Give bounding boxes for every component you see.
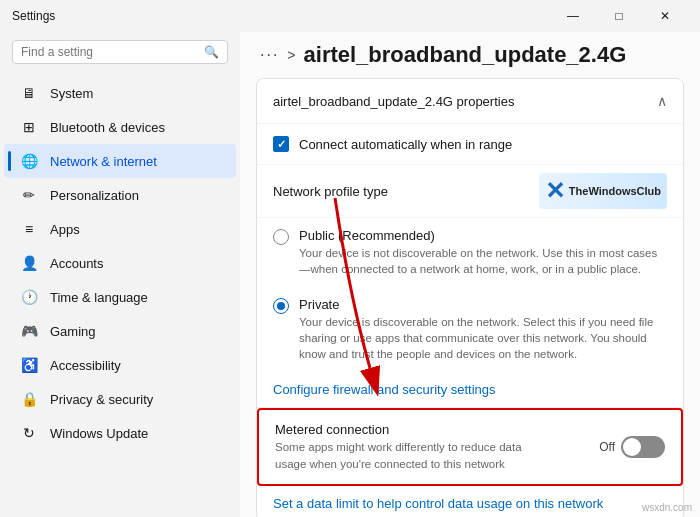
app-window: 🔍 🖥 System ⊞ Bluetooth & devices 🌐 Netwo… xyxy=(0,32,700,517)
corner-watermark: wsxdn.com xyxy=(642,502,692,513)
toggle-container: Off xyxy=(599,436,665,458)
private-radio-option: Private Your device is discoverable on t… xyxy=(257,287,683,372)
titlebar-controls: — □ ✕ xyxy=(550,0,688,32)
titlebar-left: Settings xyxy=(12,9,55,23)
minimize-button[interactable]: — xyxy=(550,0,596,32)
update-icon: ↻ xyxy=(20,424,38,442)
public-radio-title: Public (Recommended) xyxy=(299,228,667,243)
accessibility-icon: ♿ xyxy=(20,356,38,374)
sidebar-item-label: Accessibility xyxy=(50,358,121,373)
sidebar-item-update[interactable]: ↻ Windows Update xyxy=(4,416,236,450)
settings-panel-wrapper: airtel_broadband_update_2.4G properties … xyxy=(240,78,700,517)
firewall-link[interactable]: Configure firewall and security settings xyxy=(257,372,683,407)
connect-auto-checkbox[interactable]: ✓ xyxy=(273,136,289,152)
titlebar: Settings — □ ✕ xyxy=(0,0,700,32)
public-radio-desc: Your device is not discoverable on the n… xyxy=(299,245,667,277)
content-area: ··· > airtel_broadband_update_2.4G airte… xyxy=(240,32,700,517)
breadcrumb-title: airtel_broadband_update_2.4G xyxy=(304,42,627,68)
metered-title: Metered connection xyxy=(275,422,535,437)
connect-auto-row: ✓ Connect automatically when in range xyxy=(257,124,683,165)
watermark-brand: TheWindowsClub xyxy=(569,185,661,197)
privacy-icon: 🔒 xyxy=(20,390,38,408)
watermark-x-icon: ✕ xyxy=(545,177,565,205)
private-radio-content: Private Your device is discoverable on t… xyxy=(299,297,667,362)
public-radio-button[interactable] xyxy=(273,229,289,245)
public-radio-content: Public (Recommended) Your device is not … xyxy=(299,228,667,277)
active-indicator xyxy=(8,151,11,171)
private-radio-desc: Your device is discoverable on the netwo… xyxy=(299,314,667,362)
time-icon: 🕐 xyxy=(20,288,38,306)
sidebar-item-accounts[interactable]: 👤 Accounts xyxy=(4,246,236,280)
public-radio-option: Public (Recommended) Your device is not … xyxy=(257,218,683,287)
titlebar-title: Settings xyxy=(12,9,55,23)
sidebar-item-gaming[interactable]: 🎮 Gaming xyxy=(4,314,236,348)
gaming-icon: 🎮 xyxy=(20,322,38,340)
sidebar-item-personalization[interactable]: ✏ Personalization xyxy=(4,178,236,212)
toggle-label: Off xyxy=(599,440,615,454)
watermark-container: ✕ TheWindowsClub xyxy=(539,173,667,209)
sidebar-item-accessibility[interactable]: ♿ Accessibility xyxy=(4,348,236,382)
accounts-icon: 👤 xyxy=(20,254,38,272)
sidebar: 🔍 🖥 System ⊞ Bluetooth & devices 🌐 Netwo… xyxy=(0,32,240,517)
properties-card: airtel_broadband_update_2.4G properties … xyxy=(256,78,684,517)
sidebar-item-label: Network & internet xyxy=(50,154,157,169)
search-icon: 🔍 xyxy=(204,45,219,59)
settings-panel: airtel_broadband_update_2.4G properties … xyxy=(240,78,700,517)
sidebar-item-label: Privacy & security xyxy=(50,392,153,407)
sidebar-item-network[interactable]: 🌐 Network & internet xyxy=(4,144,236,178)
sidebar-item-label: Apps xyxy=(50,222,80,237)
sidebar-item-time[interactable]: 🕐 Time & language xyxy=(4,280,236,314)
metered-toggle[interactable] xyxy=(621,436,665,458)
sidebar-item-label: Windows Update xyxy=(50,426,148,441)
system-icon: 🖥 xyxy=(20,84,38,102)
sidebar-item-label: Gaming xyxy=(50,324,96,339)
sidebar-item-system[interactable]: 🖥 System xyxy=(4,76,236,110)
breadcrumb-arrow: > xyxy=(287,47,295,63)
maximize-button[interactable]: □ xyxy=(596,0,642,32)
profile-type-label: Network profile type xyxy=(273,184,388,199)
bluetooth-icon: ⊞ xyxy=(20,118,38,136)
sidebar-item-label: System xyxy=(50,86,93,101)
metered-connection-row: Metered connection Some apps might work … xyxy=(257,408,683,485)
breadcrumb: ··· > airtel_broadband_update_2.4G xyxy=(240,32,700,78)
close-button[interactable]: ✕ xyxy=(642,0,688,32)
profile-type-row: Network profile type ✕ TheWindowsClub xyxy=(257,165,683,218)
card-header-title: airtel_broadband_update_2.4G properties xyxy=(273,94,514,109)
search-input[interactable] xyxy=(21,45,198,59)
metered-info: Metered connection Some apps might work … xyxy=(275,422,535,471)
sidebar-item-bluetooth[interactable]: ⊞ Bluetooth & devices xyxy=(4,110,236,144)
personalization-icon: ✏ xyxy=(20,186,38,204)
card-header: airtel_broadband_update_2.4G properties … xyxy=(257,79,683,124)
sidebar-item-label: Personalization xyxy=(50,188,139,203)
connect-auto-label: Connect automatically when in range xyxy=(299,137,512,152)
private-radio-title: Private xyxy=(299,297,667,312)
sidebar-item-label: Bluetooth & devices xyxy=(50,120,165,135)
chevron-up-icon[interactable]: ∧ xyxy=(657,93,667,109)
metered-desc: Some apps might work differently to redu… xyxy=(275,439,535,471)
sidebar-item-label: Accounts xyxy=(50,256,103,271)
data-limit-link[interactable]: Set a data limit to help control data us… xyxy=(257,486,683,517)
network-icon: 🌐 xyxy=(20,152,38,170)
breadcrumb-dots[interactable]: ··· xyxy=(260,46,279,64)
sidebar-item-privacy[interactable]: 🔒 Privacy & security xyxy=(4,382,236,416)
sidebar-item-label: Time & language xyxy=(50,290,148,305)
sidebar-item-apps[interactable]: ≡ Apps xyxy=(4,212,236,246)
apps-icon: ≡ xyxy=(20,220,38,238)
private-radio-button[interactable] xyxy=(273,298,289,314)
checkmark-icon: ✓ xyxy=(277,138,286,151)
sidebar-search-container[interactable]: 🔍 xyxy=(12,40,228,64)
